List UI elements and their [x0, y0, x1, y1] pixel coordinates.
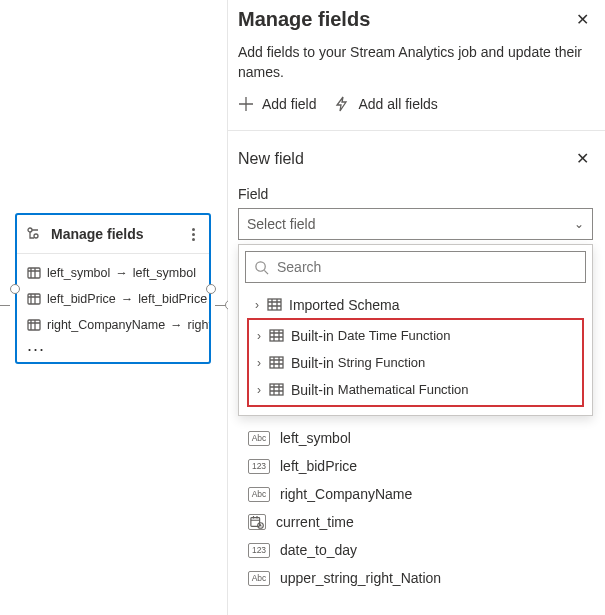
tree-imported-schema[interactable]: › Imported Schema [247, 291, 584, 318]
chevron-right-icon: › [253, 383, 265, 397]
tree-label: Built-in [291, 355, 334, 371]
tree-builtin-math[interactable]: › Built-in Mathematical Function [249, 376, 582, 403]
svg-rect-6 [268, 299, 281, 310]
svg-rect-4 [28, 320, 40, 330]
column-icon [27, 293, 41, 305]
lightning-icon [334, 96, 350, 112]
field-tree: › Imported Schema › Built-in Date Time F… [245, 283, 586, 407]
field-list-item[interactable]: Abc right_CompanyName [248, 480, 593, 508]
field-search-input[interactable] [277, 259, 577, 275]
field-list-item[interactable]: current_time [248, 508, 593, 536]
tree-label-tail: Mathematical Function [338, 382, 469, 397]
field-select-placeholder: Select field [247, 216, 315, 232]
add-all-label: Add all fields [358, 96, 437, 112]
node-title: Manage fields [51, 226, 185, 242]
tree-label: Imported Schema [289, 297, 400, 313]
svg-rect-3 [28, 294, 40, 304]
tree-label: Built-in [291, 382, 334, 398]
node-more-menu[interactable] [185, 224, 201, 244]
search-icon [254, 260, 269, 275]
map-dst: left_bidPrice [138, 292, 207, 306]
field-list-item[interactable]: Abc left_symbol [248, 424, 593, 452]
field-name: left_bidPrice [280, 458, 357, 474]
field-list-item[interactable]: 123 date_to_day [248, 536, 593, 564]
manage-fields-node[interactable]: Manage fields left_symbol → left_symbol … [15, 213, 211, 364]
map-src: left_symbol [47, 266, 110, 280]
tree-builtin-string[interactable]: › Built-in String Function [249, 349, 582, 376]
map-src: right_CompanyName [47, 318, 165, 332]
plus-icon [238, 96, 254, 112]
mapping-row[interactable]: left_symbol → left_symbol [17, 260, 209, 286]
arrow-icon: → [170, 318, 183, 332]
divider [228, 130, 605, 131]
manage-fields-panel: Manage fields ✕ Add fields to your Strea… [228, 0, 605, 615]
panel-close-button[interactable]: ✕ [572, 6, 593, 33]
svg-rect-9 [270, 384, 283, 395]
node-body: left_symbol → left_symbol left_bidPrice … [17, 254, 209, 362]
table-icon [269, 356, 284, 369]
type-abc-chip: Abc [248, 571, 270, 586]
table-icon [267, 298, 282, 311]
mapping-row-more[interactable]: ... [17, 338, 209, 356]
field-name: left_symbol [280, 430, 351, 446]
panel-description: Add fields to your Stream Analytics job … [238, 43, 593, 82]
calendar-clock-icon [250, 515, 264, 529]
field-name: upper_string_right_Nation [280, 570, 441, 586]
type-abc-chip: Abc [248, 431, 270, 446]
canvas: Manage fields left_symbol → left_symbol … [0, 0, 228, 615]
table-icon [269, 383, 284, 396]
node-header: Manage fields [17, 215, 209, 254]
manage-fields-icon [27, 226, 43, 242]
chevron-right-icon: › [253, 356, 265, 370]
field-list-item[interactable]: Abc upper_string_right_Nation [248, 564, 593, 592]
add-field-label: Add field [262, 96, 316, 112]
svg-rect-2 [28, 268, 40, 278]
new-field-close-button[interactable]: ✕ [572, 145, 593, 172]
edge-in-stub [0, 305, 10, 306]
type-abc-chip: Abc [248, 487, 270, 502]
new-field-heading: New field [238, 150, 572, 168]
add-field-button[interactable]: Add field [238, 96, 316, 112]
tree-builtin-datetime[interactable]: › Built-in Date Time Function [249, 322, 582, 349]
column-icon [27, 319, 41, 331]
arrow-icon: → [115, 266, 128, 280]
field-name: right_CompanyName [280, 486, 412, 502]
chevron-down-icon: ⌄ [574, 217, 584, 231]
tree-label: Built-in [291, 328, 334, 344]
node-port-in[interactable] [10, 284, 20, 294]
chevron-right-icon: › [253, 329, 265, 343]
svg-rect-10 [251, 518, 260, 527]
add-all-fields-button[interactable]: Add all fields [334, 96, 437, 112]
field-name: date_to_day [280, 542, 357, 558]
table-icon [269, 329, 284, 342]
map-src: left_bidPrice [47, 292, 116, 306]
map-dst: left_symbol [133, 266, 196, 280]
chevron-right-icon: › [251, 298, 263, 312]
arrow-icon: → [121, 292, 134, 306]
output-field-list: Abc left_symbol 123 left_bidPrice Abc ri… [238, 416, 593, 592]
field-search-box[interactable] [245, 251, 586, 283]
action-bar: Add field Add all fields [238, 96, 593, 112]
map-dst: right_CompanyName [188, 318, 209, 332]
column-icon [27, 267, 41, 279]
type-123-chip: 123 [248, 459, 270, 474]
field-select[interactable]: Select field ⌄ [238, 208, 593, 240]
field-name: current_time [276, 514, 354, 530]
tree-label-tail: Date Time Function [338, 328, 451, 343]
tree-label-tail: String Function [338, 355, 425, 370]
mapping-row[interactable]: right_CompanyName → right_CompanyName [17, 312, 209, 338]
field-label: Field [238, 186, 593, 202]
field-list-item[interactable]: 123 left_bidPrice [248, 452, 593, 480]
type-123-chip: 123 [248, 543, 270, 558]
svg-rect-8 [270, 357, 283, 368]
svg-point-0 [28, 228, 32, 232]
svg-point-1 [34, 234, 38, 238]
builtin-highlight: › Built-in Date Time Function › Built-in… [247, 318, 584, 407]
node-port-out[interactable] [206, 284, 216, 294]
panel-title: Manage fields [238, 6, 572, 31]
type-datetime-chip [248, 514, 266, 530]
svg-point-5 [256, 262, 265, 271]
field-dropdown: › Imported Schema › Built-in Date Time F… [238, 244, 593, 416]
mapping-row[interactable]: left_bidPrice → left_bidPrice [17, 286, 209, 312]
svg-rect-7 [270, 330, 283, 341]
